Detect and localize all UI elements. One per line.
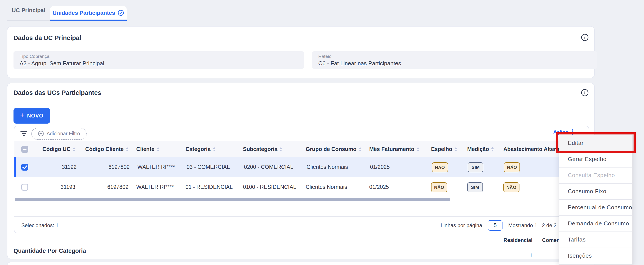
table-row[interactable]: 31192 6197809 WALTER RI**** 03 - COMERCI… [14,157,589,177]
cell-grupo-consumo: Clientes Normais [306,184,369,190]
uc-principal-card-title: Dados da UC Principal [14,34,81,41]
espelho-badge: NÃO [431,182,447,192]
sort-icon [73,147,75,151]
cell-subcategoria: 0200 - COMERCIAL [244,164,306,170]
tipo-cobranca-label: Tipo Cobrança [20,53,304,59]
select-all-checkbox[interactable] [21,146,28,153]
acoes-dropdown-menu: Editar Gerar Espelho Consulta Espelho Co… [559,135,633,265]
next-card-edge [7,262,595,265]
participantes-table-panel: Adicionar Filtro Ações Código UC Código … [14,126,589,233]
menu-item-percentual-de-consumo[interactable]: Percentual de Consumo [559,200,632,216]
column-header-mes-faturamento[interactable]: Mês Faturamento [369,146,431,152]
sort-icon [491,147,494,151]
tab-uc-principal[interactable]: UC Principal [7,0,50,21]
qty-residencial-value: 1 [530,252,532,259]
info-icon[interactable] [581,89,589,97]
cell-codigo-uc: 31193 [37,184,75,190]
menu-item-demanda-de-consumo[interactable]: Demanda de Consumo [559,216,632,232]
info-icon[interactable] [581,33,589,41]
row-checkbox[interactable] [21,184,28,191]
medicao-badge: SIM [468,162,484,172]
column-header-medicao[interactable]: Medição [467,146,503,152]
acoes-button[interactable]: Ações [553,129,573,135]
column-header-subcategoria[interactable]: Subcategoria [243,146,306,152]
showing-range: Mostrando 1 - 2 de 2 [508,222,556,229]
cell-categoria: 01 - RESIDENCIAL [186,184,243,190]
cell-cliente: WALTER RI**** [128,184,186,190]
plus-circle-icon [38,131,44,137]
participantes-card: Dados das UCs Participantes + NOVO Adici… [7,83,595,259]
column-header-cliente[interactable]: Cliente [128,146,186,152]
tipo-cobranca-value: A2 - Agrup. Sem Faturar Principal [20,60,304,67]
page: UC Principal Unidades Participantes Dado… [0,0,644,265]
cell-subcategoria: 0100 - RESIDENCIAL [243,184,306,190]
cell-mes-faturamento: 01/2025 [370,164,432,170]
cell-codigo-uc: 31192 [38,164,77,170]
menu-item-isencoes[interactable]: Isenções [559,248,632,264]
abastecimento-badge: NÃO [503,182,520,192]
sort-icon [416,147,419,151]
plus-icon: + [20,111,24,119]
column-header-grupo-consumo[interactable]: Grupo de Consumo [306,146,369,152]
menu-item-gerar-espelho[interactable]: Gerar Espelho [559,151,632,168]
tab-bar: UC Principal Unidades Participantes [7,0,127,21]
cell-cliente: WALTER RI**** [130,164,186,170]
rateio-label: Rateio [318,53,597,59]
sort-icon [358,147,361,151]
cell-categoria: 03 - COMERCIAL [186,164,244,170]
rateio-value: C6 - Fat Linear nas Participantes [318,60,597,67]
menu-item-consumo-fixo[interactable]: Consumo Fixo [559,184,632,200]
cell-codigo-cliente: 6197809 [77,164,130,170]
novo-button-label: NOVO [27,113,44,119]
kebab-menu-icon [572,129,573,135]
tab-unidades-participantes-label: Unidades Participantes [52,9,115,16]
table-header-row: Código UC Código Cliente Cliente Categor… [14,141,589,157]
selected-count: Selecionados: 1 [21,222,58,229]
column-header-codigo-uc[interactable]: Código UC [37,146,75,152]
table-footer: Selecionados: 1 Linhas por página 5 Most… [14,216,589,233]
pagination: Linhas por página 5 Mostrando 1 - 2 de 2 [441,220,556,231]
scrollbar-thumb[interactable] [15,198,450,201]
add-filter-button[interactable]: Adicionar Filtro [31,128,86,139]
menu-item-tarifas[interactable]: Tarifas [559,232,632,248]
quantidade-title: Quantidade Por Categoria [14,248,86,254]
rows-per-page-label: Linhas por página [441,222,482,229]
filter-icon[interactable] [20,131,27,136]
cell-codigo-cliente: 6197809 [75,184,128,190]
sort-icon [454,147,457,151]
tipo-cobranca-field: Tipo Cobrança A2 - Agrup. Sem Faturar Pr… [14,51,304,69]
cell-mes-faturamento: 01/2025 [369,184,431,190]
horizontal-scrollbar [14,197,589,216]
table-row[interactable]: 31193 6197809 WALTER RI**** 01 - RESIDEN… [14,177,589,197]
column-header-categoria[interactable]: Categoria [186,146,243,152]
sort-icon [126,147,128,151]
cell-grupo-consumo: Clientes Normais [306,164,370,170]
uc-principal-card: Dados da UC Principal Tipo Cobrança A2 -… [7,26,595,78]
qty-column-residencial: Residencial [504,237,532,243]
add-filter-label: Adicionar Filtro [46,131,80,136]
rateio-field: Rateio C6 - Fat Linear nas Participantes [312,51,597,69]
espelho-badge: NÃO [432,162,448,172]
menu-item-consulta-espelho: Consulta Espelho [559,168,632,184]
abastecimento-badge: NÃO [504,162,520,172]
tab-uc-principal-label: UC Principal [12,7,46,13]
medicao-badge: SIM [467,182,483,192]
row-checkbox[interactable] [21,164,28,171]
tab-unidades-participantes[interactable]: Unidades Participantes [50,6,127,21]
check-circle-icon [118,9,124,16]
rows-per-page-select[interactable]: 5 [488,220,503,231]
table-toolbar: Adicionar Filtro Ações [14,126,589,141]
column-header-codigo-cliente[interactable]: Código Cliente [75,146,128,152]
participantes-card-title: Dados das UCs Participantes [14,89,101,96]
acoes-label: Ações [553,129,568,135]
sort-icon [156,147,159,151]
sort-icon [213,147,215,151]
novo-button[interactable]: + NOVO [14,108,50,124]
sort-icon [280,147,282,151]
menu-item-editar[interactable]: Editar [559,135,632,151]
column-header-espelho[interactable]: Espelho [431,146,467,152]
